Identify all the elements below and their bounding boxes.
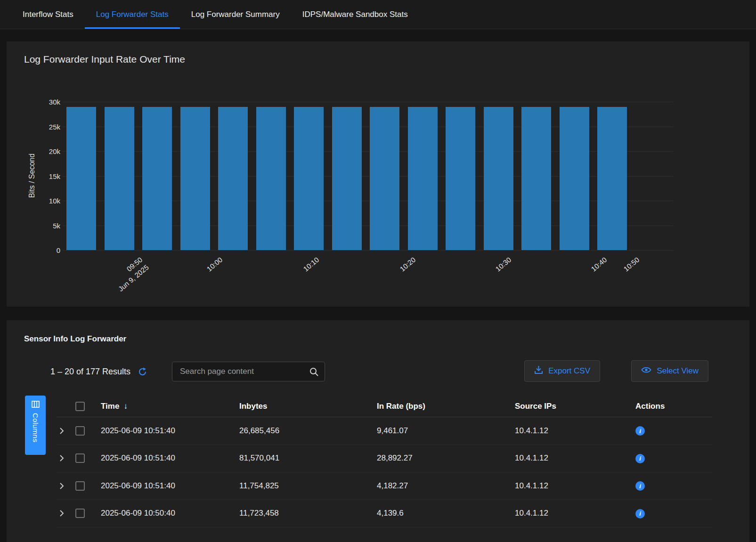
results-text: 1 – 20 of 177 Results [50, 367, 130, 377]
chart-panel: Log Forwarder Input Rate Over Time Bits … [7, 41, 749, 307]
x-tick-label: 10:50 [621, 255, 641, 274]
download-icon [534, 365, 543, 377]
table-row: 2025-06-09 10:50:40 11,723,458 4,139.6 1… [57, 500, 712, 528]
expand-chevron-icon[interactable] [59, 510, 64, 517]
row-checkbox[interactable] [75, 509, 85, 518]
sensor-table: Time↓ Inbytes In Rate (bps) Source IPs A… [57, 396, 712, 527]
info-icon[interactable]: i [635, 426, 645, 436]
bar[interactable] [484, 107, 513, 251]
bar[interactable] [560, 107, 589, 251]
export-csv-label: Export CSV [548, 366, 590, 376]
table-row: 2025-06-09 10:51:40 11,754,825 4,182.27 … [57, 472, 712, 500]
bar[interactable] [180, 107, 210, 251]
cell-in-rate: 28,892.27 [369, 453, 507, 463]
bar[interactable] [142, 107, 172, 251]
bar[interactable] [521, 107, 551, 251]
expand-chevron-icon[interactable] [59, 427, 64, 435]
bar[interactable] [332, 107, 362, 251]
bar[interactable] [408, 107, 438, 251]
cell-time: 2025-06-09 10:51:40 [93, 426, 232, 436]
bar[interactable] [370, 107, 399, 251]
tab-bar: Interflow StatsLog Forwarder StatsLog Fo… [0, 0, 756, 29]
tab-idps-malware-sandbox-stats[interactable]: IDPS/Malware Sandbox Stats [291, 0, 419, 29]
bar[interactable] [294, 107, 324, 251]
table-title: Sensor Info Log Forwarder [24, 334, 126, 344]
row-checkbox[interactable] [75, 453, 85, 463]
column-header-time[interactable]: Time↓ [93, 402, 232, 411]
bar[interactable] [105, 107, 134, 251]
search-input[interactable] [172, 362, 325, 381]
table-panel: Sensor Info Log Forwarder 1 – 20 of 177 … [7, 320, 749, 542]
tab-log-forwarder-stats[interactable]: Log Forwarder Stats [85, 0, 180, 29]
x-tick-label: 10:00 [204, 255, 224, 274]
eye-icon [641, 366, 651, 376]
cell-time: 2025-06-09 10:51:40 [93, 481, 232, 491]
refresh-icon[interactable] [138, 367, 147, 376]
table-header-row: Time↓ Inbytes In Rate (bps) Source IPs A… [57, 396, 712, 417]
x-tick-label: 10:30 [493, 255, 513, 274]
sort-descending-icon: ↓ [123, 402, 128, 411]
cell-inbytes: 11,754,825 [232, 481, 369, 491]
cell-time: 2025-06-09 10:50:40 [93, 509, 232, 518]
select-view-button[interactable]: Select View [631, 360, 708, 382]
x-axis-ticks: 09:50 Jun 9, 202510:0010:1010:2010:3010:… [63, 250, 674, 306]
y-axis-ticks: 30k25k20k15k10k5k0 [25, 102, 60, 250]
x-tick-label: 09:50 Jun 9, 2025 [110, 255, 151, 294]
results-count: 1 – 20 of 177 Results [50, 367, 147, 377]
expand-chevron-icon[interactable] [59, 454, 64, 462]
bar[interactable] [597, 107, 627, 251]
chart-plot-area [63, 102, 674, 250]
cell-in-rate: 9,461.07 [369, 426, 507, 436]
cell-inbytes: 26,685,456 [232, 426, 369, 436]
chart-title: Log Forwarder Input Rate Over Time [24, 54, 185, 65]
cell-time: 2025-06-09 10:51:40 [93, 453, 232, 463]
table-row: 2025-06-09 10:51:40 81,570,041 28,892.27… [57, 445, 712, 473]
info-icon[interactable]: i [635, 509, 645, 518]
y-tick-label: 15k [49, 172, 60, 180]
cell-source-ips: 10.4.1.12 [507, 509, 628, 518]
info-icon[interactable]: i [635, 454, 645, 463]
cell-source-ips: 10.4.1.12 [507, 453, 628, 463]
tab-interflow-stats[interactable]: Interflow Stats [11, 0, 85, 29]
export-csv-button[interactable]: Export CSV [524, 360, 600, 382]
row-checkbox[interactable] [75, 426, 85, 436]
cell-source-ips: 10.4.1.12 [507, 481, 628, 491]
x-tick-label: 10:20 [398, 255, 417, 274]
columns-button-label: Columns [32, 413, 40, 443]
y-tick-label: 0 [57, 246, 60, 254]
row-checkbox[interactable] [75, 481, 85, 491]
column-header-actions: Actions [628, 402, 712, 411]
cell-source-ips: 10.4.1.12 [507, 426, 628, 436]
bar[interactable] [256, 107, 286, 251]
cell-inbytes: 11,723,458 [232, 509, 369, 518]
bar[interactable] [446, 107, 475, 251]
bar-series [63, 102, 674, 250]
search-box [172, 362, 325, 381]
column-header-inbytes[interactable]: Inbytes [232, 402, 369, 411]
tab-log-forwarder-summary[interactable]: Log Forwarder Summary [180, 0, 291, 29]
y-tick-label: 10k [49, 197, 60, 205]
cell-in-rate: 4,182.27 [369, 481, 507, 491]
bar[interactable] [66, 107, 96, 251]
search-icon[interactable] [309, 367, 319, 379]
cell-in-rate: 4,139.6 [369, 509, 507, 518]
expand-chevron-icon[interactable] [59, 482, 64, 490]
info-icon[interactable]: i [635, 481, 645, 491]
select-view-label: Select View [657, 366, 699, 376]
column-header-in-rate[interactable]: In Rate (bps) [369, 402, 507, 411]
x-tick-label: 10:40 [589, 255, 609, 274]
column-header-source-ips[interactable]: Source IPs [507, 402, 628, 411]
y-tick-label: 25k [49, 122, 60, 130]
select-all-checkbox[interactable] [75, 402, 85, 411]
bar[interactable] [218, 107, 248, 251]
columns-button[interactable]: Columns [25, 396, 46, 455]
y-tick-label: 30k [49, 98, 60, 106]
cell-inbytes: 81,570,041 [232, 453, 369, 463]
table-row: 2025-06-09 10:51:40 26,685,456 9,461.07 … [57, 417, 712, 445]
y-tick-label: 20k [49, 147, 60, 155]
columns-icon [32, 401, 40, 410]
y-tick-label: 5k [53, 221, 60, 229]
x-tick-label: 10:10 [301, 255, 321, 274]
